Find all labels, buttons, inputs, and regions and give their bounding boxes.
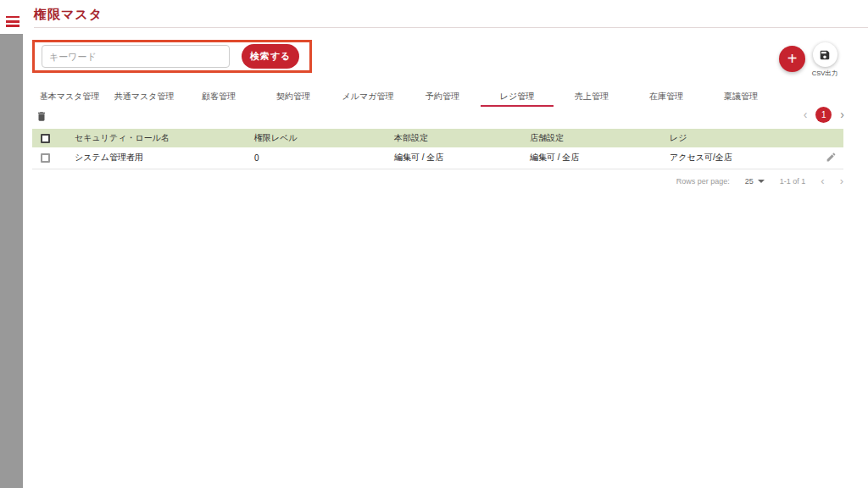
tab-reservation[interactable]: 予約管理 [405, 86, 480, 105]
header-register: レジ [670, 129, 805, 147]
csv-circle [813, 42, 837, 67]
save-icon [819, 49, 831, 61]
row-checkbox[interactable] [41, 153, 50, 163]
tab-stock[interactable]: 在庫管理 [629, 86, 704, 105]
table-prev-page-icon[interactable]: ‹ [821, 174, 824, 189]
table-pagination: Rows per page: 25 1-1 of 1 ‹ › [676, 174, 843, 189]
table-header-row: セキュリティ・ロール名 権限レベル 本部設定 店舗設定 レジ [32, 129, 843, 147]
tab-register-active[interactable]: レジ管理 [480, 86, 554, 105]
search-button[interactable]: 検索する [242, 44, 299, 69]
list-pagination: ‹ 1 › [804, 105, 844, 124]
cell-level: 0 [254, 147, 394, 169]
menu-icon[interactable] [6, 16, 19, 27]
pencil-icon [826, 152, 837, 163]
page-title: 権限マスタ [34, 7, 103, 23]
add-button[interactable]: + [779, 46, 805, 72]
menu-bar [6, 20, 19, 22]
table-next-page-icon[interactable]: › [840, 174, 843, 189]
tab-ringi[interactable]: 稟議管理 [704, 86, 778, 105]
header-store: 店舗設定 [530, 129, 670, 147]
search-highlight-box: 検索する [32, 40, 312, 73]
collapsed-sidebar[interactable] [0, 34, 23, 488]
menu-bar [6, 25, 19, 26]
title-divider [34, 27, 868, 28]
header-hq: 本部設定 [394, 129, 530, 147]
tab-contract[interactable]: 契約管理 [256, 86, 331, 105]
header-level: 権限レベル [254, 129, 394, 147]
cell-store: 編集可 / 全店 [530, 147, 670, 169]
dropdown-arrow-icon [758, 180, 765, 183]
rows-per-page-label: Rows per page: [676, 177, 730, 186]
csv-label: CSV出力 [810, 69, 840, 78]
cell-hq: 編集可 / 全店 [394, 147, 530, 169]
current-page-button[interactable]: 1 [815, 107, 832, 123]
range-label: 1-1 of 1 [780, 177, 806, 186]
tab-mailmag[interactable]: メルマガ管理 [331, 86, 405, 105]
rows-per-page-select[interactable]: 25 [745, 177, 765, 186]
cell-register: アクセス可/全店 [670, 147, 805, 169]
delete-selected-button[interactable] [36, 110, 47, 123]
tab-customer[interactable]: 顧客管理 [181, 86, 256, 105]
cell-role-name: システム管理者用 [75, 147, 254, 169]
prev-page-icon[interactable]: ‹ [804, 107, 808, 122]
header-role-name: セキュリティ・ロール名 [75, 129, 254, 147]
csv-export-button[interactable]: CSV出力 [810, 42, 840, 78]
tab-basic-master[interactable]: 基本マスタ管理 [32, 86, 107, 105]
edit-row-button[interactable] [826, 152, 837, 163]
tab-common-master[interactable]: 共通マスタ管理 [107, 86, 181, 105]
tab-sales[interactable]: 売上管理 [554, 86, 629, 105]
rows-per-page-value: 25 [745, 177, 754, 186]
menu-bar [6, 16, 19, 18]
roles-table: セキュリティ・ロール名 権限レベル 本部設定 店舗設定 レジ システム管理者用 … [32, 129, 843, 169]
tab-bar: 基本マスタ管理 共通マスタ管理 顧客管理 契約管理 メルマガ管理 予約管理 レジ… [32, 86, 778, 105]
table-row: システム管理者用 0 編集可 / 全店 編集可 / 全店 アクセス可/全店 [32, 147, 843, 169]
select-all-checkbox[interactable] [41, 134, 50, 143]
trash-icon [36, 110, 47, 123]
keyword-input[interactable] [42, 45, 230, 68]
next-page-icon[interactable]: › [840, 107, 844, 122]
